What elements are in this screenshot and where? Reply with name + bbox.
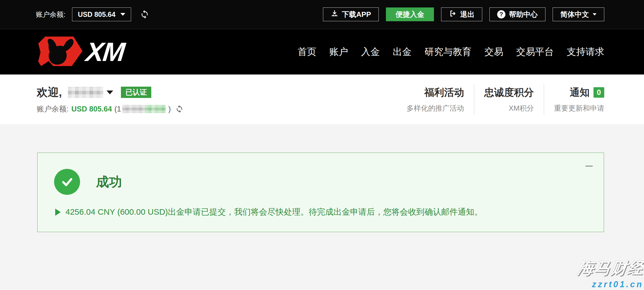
quick-links: 福利活动 多样化的推广活动 忠诚度积分 XM积分 通知 0 重要更新和申请 <box>397 84 604 115</box>
nav-menu: 首页 账户 入金 出金 研究与教育 交易 交易平台 支持请求 <box>298 46 604 58</box>
refresh-balance-icon[interactable] <box>140 10 149 19</box>
chevron-down-icon <box>120 13 125 16</box>
nav-item-home[interactable]: 首页 <box>298 46 316 58</box>
nav-item-account[interactable]: 账户 <box>329 46 348 58</box>
account-balance-label: 账户余额: <box>36 10 65 19</box>
notification-count-badge: 0 <box>593 87 604 98</box>
xm-logo-text: XM <box>85 39 126 65</box>
account-switcher-caret-icon[interactable] <box>107 91 113 94</box>
topbar-actions: 下载APP 便捷入金 退出 ? 帮助中心 简体中文 <box>323 7 604 21</box>
chevron-down-icon <box>593 13 597 15</box>
account-number-prefix: (1 <box>115 105 121 113</box>
alert-message: 4256.04 CNY (600.00 USD)出金申请已提交，我们将会尽快处理… <box>65 206 483 218</box>
nav-item-research-education[interactable]: 研究与教育 <box>425 46 471 58</box>
welcome-user-block: 欢迎, 已认证 账户余额: USD 805.64 (1 ) <box>37 85 184 114</box>
account-balance-value: USD 805.64 <box>78 10 115 18</box>
quick-link-notifications[interactable]: 通知 0 重要更新和申请 <box>544 84 604 115</box>
top-bar: 账户余额: USD 805.64 下载APP 便捷入金 退出 ? 帮助中心 简体… <box>0 0 644 29</box>
welcome-balance-value: USD 805.64 <box>71 105 112 113</box>
logout-icon <box>449 10 457 19</box>
nav-item-support[interactable]: 支持请求 <box>567 46 604 58</box>
download-icon <box>331 10 338 19</box>
nav-item-withdraw[interactable]: 出金 <box>393 46 412 58</box>
account-balance-dropdown[interactable]: USD 805.64 <box>72 7 131 21</box>
welcome-balance-label: 账户余额: <box>37 104 69 114</box>
username-redacted <box>68 87 103 98</box>
welcome-strip: 欢迎, 已认证 账户余额: USD 805.64 (1 ) 福利活动 多样化的推… <box>0 75 644 124</box>
xm-logo[interactable]: XM <box>35 35 124 68</box>
account-type-redacted <box>145 105 166 113</box>
alert-title: 成功 <box>96 173 122 191</box>
watermark-title: 海马财经 <box>576 257 644 279</box>
quick-link-promotions[interactable]: 福利活动 多样化的推广活动 <box>397 84 474 115</box>
account-number-suffix: ) <box>168 105 171 113</box>
refresh-account-icon[interactable] <box>175 105 184 113</box>
account-number-redacted <box>122 105 145 113</box>
main-content: 成功 4256.04 CNY (600.00 USD)出金申请已提交，我们将会尽… <box>0 124 644 289</box>
quick-deposit-button[interactable]: 便捷入金 <box>386 7 434 21</box>
nav-item-deposit[interactable]: 入金 <box>361 46 380 58</box>
success-check-icon <box>54 169 80 195</box>
welcome-greeting: 欢迎, <box>37 85 62 100</box>
download-app-button[interactable]: 下载APP <box>323 7 379 21</box>
logout-button[interactable]: 退出 <box>441 7 482 21</box>
nav-item-platforms[interactable]: 交易平台 <box>516 46 554 58</box>
quick-link-loyalty[interactable]: 忠诚度积分 XM积分 <box>474 84 544 115</box>
language-selector-button[interactable]: 简体中文 <box>553 7 604 21</box>
verified-badge: 已认证 <box>121 87 151 98</box>
watermark-url: zzrt01.cn <box>578 280 644 289</box>
collapse-alert-icon[interactable] <box>585 166 593 167</box>
xm-bull-mark-icon <box>35 35 84 68</box>
success-alert: 成功 4256.04 CNY (600.00 USD)出金申请已提交，我们将会尽… <box>37 153 604 232</box>
site-watermark: 海马财经 zzrt01.cn <box>578 257 644 289</box>
nav-item-trading[interactable]: 交易 <box>484 46 503 58</box>
help-center-button[interactable]: ? 帮助中心 <box>489 7 545 21</box>
question-mark-icon: ? <box>497 10 505 18</box>
bullet-triangle-icon <box>55 209 61 216</box>
main-navbar: XM 首页 账户 入金 出金 研究与教育 交易 交易平台 支持请求 <box>0 29 644 75</box>
